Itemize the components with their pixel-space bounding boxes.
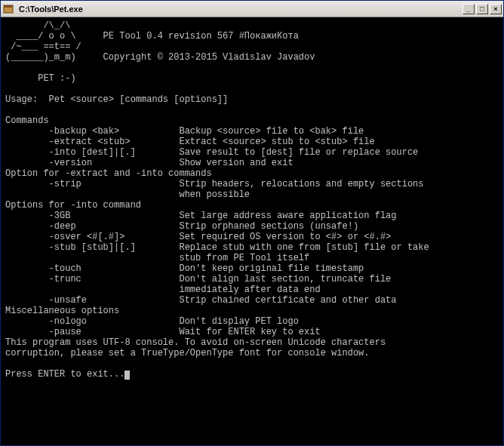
section-opt-into: Options for -into command -3GB Set large… bbox=[5, 200, 429, 306]
close-button[interactable]: × bbox=[490, 4, 502, 14]
ascii-art: /\_/\ ____/ o o \ PE Tool 0.4 revision 5… bbox=[5, 20, 315, 84]
section-header: Option for -extract and -into commands bbox=[5, 168, 212, 179]
cursor bbox=[124, 371, 130, 380]
maximize-button[interactable]: □ bbox=[476, 4, 488, 14]
footer: This program uses UTF-8 console. To avoi… bbox=[5, 337, 386, 380]
section-header: Commands bbox=[5, 115, 49, 126]
console-output[interactable]: /\_/\ ____/ o o \ PE Tool 0.4 revision 5… bbox=[1, 17, 503, 445]
window-title: C:\Tools\Pet.exe bbox=[17, 5, 461, 14]
window-controls: _ □ × bbox=[461, 4, 502, 14]
section-header: Options for -into command bbox=[5, 200, 141, 211]
section-opt-extract: Option for -extract and -into commands -… bbox=[5, 168, 424, 200]
minimize-button[interactable]: _ bbox=[463, 4, 475, 14]
usage-line: Usage: Pet <source> [commands [options]] bbox=[5, 94, 228, 105]
exit-prompt: Press ENTER to exit... bbox=[5, 369, 124, 380]
console-window: C:\Tools\Pet.exe _ □ × /\_/\ ____/ o o \… bbox=[0, 0, 504, 446]
section-header: Miscellaneous options bbox=[5, 306, 119, 316]
section-commands: Commands -backup <bak> Backup <source> f… bbox=[5, 115, 418, 168]
svg-rect-1 bbox=[4, 5, 13, 8]
section-misc: Miscellaneous options -nologo Don't disp… bbox=[5, 306, 321, 337]
titlebar[interactable]: C:\Tools\Pet.exe _ □ × bbox=[1, 1, 503, 17]
app-icon bbox=[2, 3, 14, 15]
